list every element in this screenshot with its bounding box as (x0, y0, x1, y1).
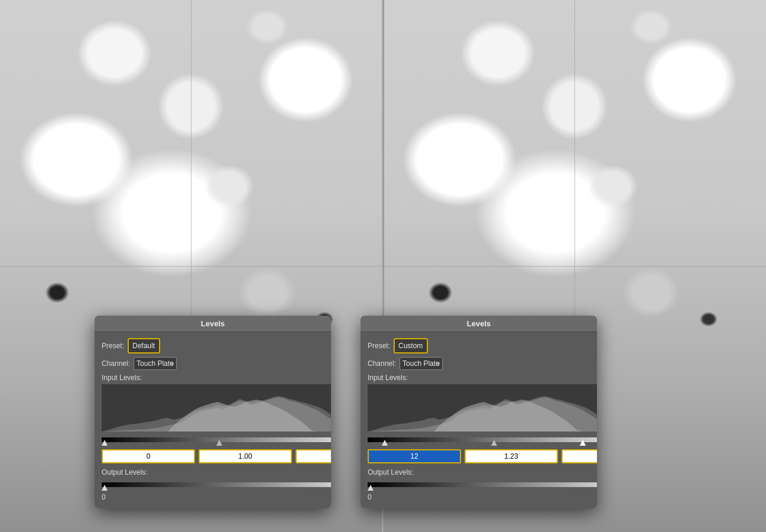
channel-select-wrapper-left: Touch Plate (134, 357, 177, 370)
dialog-title-right: Levels (361, 316, 597, 332)
histogram-right (368, 384, 597, 432)
output-slider-right[interactable] (368, 479, 597, 491)
channel-row-right: Channel: Touch Plate (368, 357, 597, 370)
input-white-arrow-right[interactable] (580, 440, 586, 446)
output-values-left: 0 255 (102, 493, 331, 501)
input-black-arrow-right[interactable] (382, 440, 388, 446)
canvas-area: Levels Preset: Default ⚙ Channel: (0, 0, 766, 532)
input-mid-arrow-left[interactable] (216, 440, 222, 446)
channel-label-left: Channel: (102, 359, 130, 368)
input-slider-bg-right (368, 437, 597, 442)
preset-label-right: Preset: (368, 342, 390, 350)
output-levels-label-left: Output Levels: (102, 468, 331, 476)
input-mid-arrow-right[interactable] (491, 440, 497, 446)
levels-dialog-left: Levels Preset: Default ⚙ Channel: (95, 316, 331, 508)
input-white-value-right[interactable] (561, 449, 597, 463)
output-values-right: 0 255 (368, 493, 597, 501)
channel-select-left[interactable]: Touch Plate (134, 357, 177, 370)
input-levels-label-left: Input Levels: (102, 374, 331, 382)
input-slider-right[interactable] (368, 434, 597, 446)
output-slider-left[interactable] (102, 479, 331, 491)
output-slider-bg-right (368, 482, 597, 487)
input-black-value-left[interactable] (102, 449, 195, 463)
preset-select-left[interactable]: Default (128, 338, 160, 353)
input-values-right (368, 449, 597, 463)
input-mid-value-right[interactable] (465, 449, 558, 463)
output-black-arrow-left[interactable] (102, 485, 108, 491)
preset-select-wrapper-right: Custom (394, 338, 597, 353)
input-black-arrow-left[interactable] (102, 440, 108, 446)
preset-row-right: Preset: Custom ⚙ (368, 338, 597, 353)
dialog-main-left: Preset: Default ⚙ Channel: Touch Plate (102, 338, 331, 501)
output-black-val-right: 0 (368, 493, 372, 501)
input-black-value-right[interactable] (368, 449, 461, 463)
levels-dialog-right: Levels Preset: Custom ⚙ Channel: (361, 316, 597, 508)
channel-label-right: Channel: (368, 359, 396, 368)
histogram-left (102, 384, 331, 432)
input-slider-left[interactable] (102, 434, 331, 446)
dialog-main-right: Preset: Custom ⚙ Channel: Touch Plate (368, 338, 597, 501)
histogram-svg-right (368, 384, 597, 432)
input-values-left (102, 449, 331, 463)
preset-row-left: Preset: Default ⚙ (102, 338, 331, 353)
input-levels-label-right: Input Levels: (368, 374, 597, 382)
input-mid-value-left[interactable] (199, 449, 292, 463)
input-white-value-left[interactable] (296, 449, 331, 463)
preset-select-wrapper-left: Default (128, 338, 331, 353)
channel-select-right[interactable]: Touch Plate (400, 357, 443, 370)
preset-label-left: Preset: (102, 342, 124, 350)
preset-select-right[interactable]: Custom (394, 338, 428, 353)
output-black-arrow-right[interactable] (368, 485, 374, 491)
channel-select-wrapper-right: Touch Plate (400, 357, 443, 370)
channel-row-left: Channel: Touch Plate (102, 357, 331, 370)
output-slider-bg-left (102, 482, 331, 487)
dialog-title-left: Levels (95, 316, 331, 332)
histogram-svg-left (102, 384, 331, 432)
output-levels-label-right: Output Levels: (368, 468, 597, 476)
output-black-val-left: 0 (102, 493, 106, 501)
